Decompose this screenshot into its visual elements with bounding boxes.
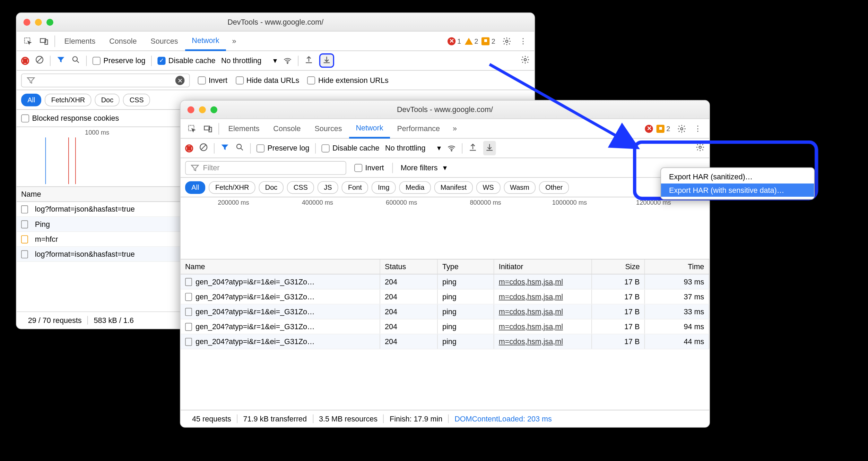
minimize-icon[interactable] <box>35 18 42 25</box>
export-har-button[interactable] <box>322 57 331 66</box>
col-status-header[interactable]: Status <box>380 259 438 274</box>
clear-button[interactable] <box>35 55 44 66</box>
chip-font[interactable]: Font <box>342 181 368 194</box>
export-har-sensitive-item[interactable]: Export HAR (with sensitive data)… <box>661 183 814 197</box>
chip-manifest[interactable]: Manifest <box>434 181 473 194</box>
chip-all[interactable]: All <box>21 93 42 106</box>
invert-checkbox[interactable]: Invert <box>198 76 228 85</box>
hide-extension-urls-checkbox[interactable]: Hide extension URLs <box>307 76 388 85</box>
tab-sources[interactable]: Sources <box>144 31 185 51</box>
chip-js[interactable]: JS <box>318 181 338 194</box>
table-row[interactable]: gen_204?atyp=i&r=1&ei=_G31Zo… 204 ping m… <box>181 334 710 349</box>
filter-input[interactable]: ✕ <box>21 73 190 87</box>
settings-icon[interactable] <box>499 33 515 49</box>
chip-css[interactable]: CSS <box>123 93 150 106</box>
hide-data-urls-checkbox[interactable]: Hide data URLs <box>235 76 299 85</box>
preserve-log-checkbox[interactable]: Preserve log <box>257 144 310 152</box>
preserve-log-checkbox[interactable]: Preserve log <box>93 56 146 65</box>
chip-fetch-xhr[interactable]: Fetch/XHR <box>209 181 255 194</box>
chip-all[interactable]: All <box>185 181 206 194</box>
network-toolbar: Preserve log Disable cache No throttling… <box>181 139 710 158</box>
kebab-menu-icon[interactable]: ⋮ <box>690 120 706 136</box>
import-har-icon[interactable] <box>304 55 313 66</box>
chip-doc[interactable]: Doc <box>95 93 120 106</box>
tab-network[interactable]: Network <box>349 119 390 138</box>
col-time-header[interactable]: Time <box>645 259 709 274</box>
status-finish: Finish: 17.9 min <box>384 415 449 423</box>
col-initiator-header[interactable]: Initiator <box>494 259 592 274</box>
warning-icon <box>465 37 472 44</box>
maximize-icon[interactable] <box>46 18 53 25</box>
settings-icon[interactable] <box>674 120 689 136</box>
import-har-icon[interactable] <box>468 143 477 154</box>
traffic-lights <box>181 106 217 113</box>
close-icon[interactable] <box>188 106 194 113</box>
col-size-header[interactable]: Size <box>592 259 645 274</box>
chip-fetch-xhr[interactable]: Fetch/XHR <box>45 93 92 106</box>
table-row[interactable]: gen_204?atyp=i&r=1&ei=_G31Zo… 204 ping m… <box>181 319 710 334</box>
throttling-select[interactable]: No throttling▾ <box>221 56 277 65</box>
table-row[interactable]: gen_204?atyp=i&r=1&ei=_G31Zo… 204 ping m… <box>181 274 710 289</box>
issue-badges[interactable]: ✕1 2 ■2 <box>448 37 495 45</box>
more-filters-select[interactable]: More filters ▾ <box>401 163 447 172</box>
throttling-select[interactable]: No throttling▾ <box>385 144 441 152</box>
inspect-icon[interactable] <box>20 33 36 49</box>
col-type-header[interactable]: Type <box>438 259 494 274</box>
filter-icon[interactable] <box>56 55 66 66</box>
more-tabs-icon[interactable]: » <box>447 120 463 136</box>
chip-img[interactable]: Img <box>372 181 396 194</box>
search-icon[interactable] <box>235 143 244 154</box>
filter-input[interactable]: Filter <box>185 161 346 174</box>
invert-checkbox[interactable]: Invert <box>354 163 384 172</box>
svg-point-15 <box>699 146 701 148</box>
export-har-button[interactable] <box>483 141 496 155</box>
maximize-icon[interactable] <box>210 106 217 113</box>
chip-wasm[interactable]: Wasm <box>504 181 536 194</box>
table-row[interactable]: gen_204?atyp=i&r=1&ei=_G31Zo… 204 ping m… <box>181 305 710 319</box>
blocked-cookies-checkbox[interactable]: Blocked response cookies <box>21 114 119 122</box>
kebab-menu-icon[interactable]: ⋮ <box>515 33 531 49</box>
traffic-lights <box>17 18 53 25</box>
network-settings-icon[interactable] <box>521 55 530 66</box>
more-tabs-icon[interactable]: » <box>226 33 242 49</box>
tab-sources[interactable]: Sources <box>307 119 349 138</box>
minimize-icon[interactable] <box>199 106 206 113</box>
tab-elements[interactable]: Elements <box>222 119 267 138</box>
chip-doc[interactable]: Doc <box>259 181 284 194</box>
close-icon[interactable] <box>24 18 31 25</box>
status-transferred: 71.9 kB transferred <box>237 415 313 423</box>
chip-css[interactable]: CSS <box>287 181 314 194</box>
col-name-header[interactable]: Name <box>181 259 380 274</box>
tab-performance[interactable]: Performance <box>390 119 446 138</box>
search-icon[interactable] <box>71 55 80 66</box>
device-toggle-icon[interactable] <box>200 120 216 136</box>
disable-cache-checkbox[interactable]: Disable cache <box>321 144 379 152</box>
disable-cache-checkbox[interactable]: ✓Disable cache <box>157 56 215 65</box>
device-toggle-icon[interactable] <box>36 33 52 49</box>
svg-point-14 <box>451 150 452 151</box>
devtools-window-front: DevTools - www.google.com/ Elements Cons… <box>180 100 710 428</box>
clear-button[interactable] <box>199 143 208 154</box>
tab-elements[interactable]: Elements <box>58 31 103 51</box>
timeline-overview[interactable]: 200000 ms 400000 ms 600000 ms 800000 ms … <box>181 197 710 259</box>
network-conditions-icon[interactable] <box>283 55 292 66</box>
tab-network[interactable]: Network <box>185 31 226 51</box>
chip-ws[interactable]: WS <box>476 181 500 194</box>
tab-console[interactable]: Console <box>266 119 307 138</box>
network-conditions-icon[interactable] <box>447 143 456 154</box>
record-button[interactable] <box>21 57 29 65</box>
table-row[interactable]: gen_204?atyp=i&r=1&ei=_G31Zo… 204 ping m… <box>181 289 710 304</box>
filter-icon[interactable] <box>220 143 229 154</box>
svg-point-5 <box>73 57 77 61</box>
record-button[interactable] <box>185 144 193 152</box>
issue-badges[interactable]: ✕ ■2 <box>645 125 670 133</box>
inspect-icon[interactable] <box>184 120 200 136</box>
network-settings-icon[interactable] <box>695 143 705 154</box>
chip-media[interactable]: Media <box>399 181 431 194</box>
tab-console[interactable]: Console <box>102 31 144 51</box>
clear-filter-icon[interactable]: ✕ <box>175 76 185 85</box>
chip-other[interactable]: Other <box>539 181 569 194</box>
export-har-button-highlight <box>319 53 334 68</box>
export-har-sanitized-item[interactable]: Export HAR (sanitized)… <box>661 170 814 183</box>
filter-bar: Filter Invert More filters ▾ <box>181 158 710 178</box>
